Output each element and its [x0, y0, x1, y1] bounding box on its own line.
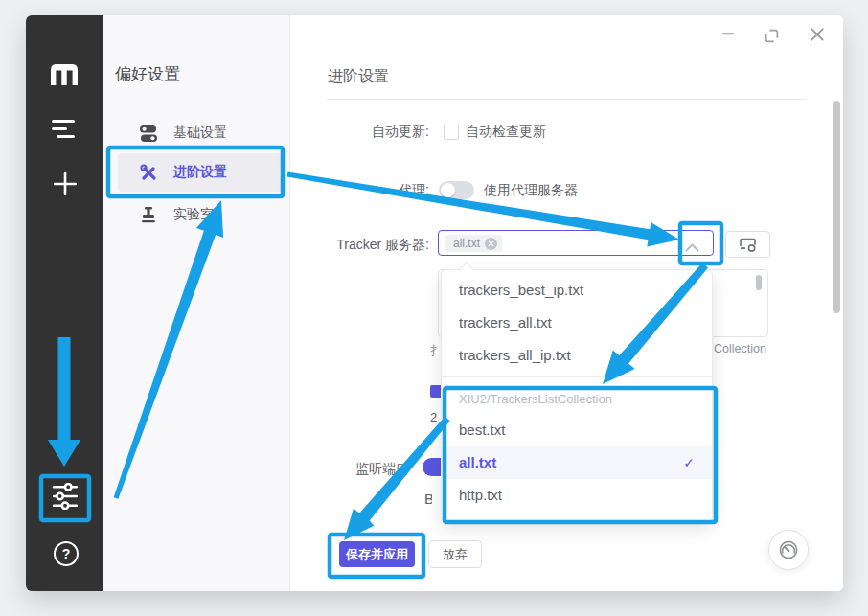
page-title: 进阶设置 [328, 67, 389, 87]
auto-update-checkbox[interactable] [444, 125, 459, 140]
tracker-select-input[interactable]: all.txt ✕ [438, 230, 714, 256]
select-collapse-chevron-icon[interactable] [685, 239, 699, 256]
save-and-apply-button[interactable]: 保存并应用 [339, 541, 415, 567]
dropdown-divider [442, 376, 712, 377]
lab-stamp-icon [139, 206, 157, 223]
tag-close-icon[interactable]: ✕ [485, 238, 497, 250]
help-text-fragment: Collection [714, 342, 766, 355]
speedometer-icon [778, 539, 799, 560]
window-scrollbar-thumb[interactable] [833, 101, 840, 313]
auto-update-label: 自动更新: [268, 124, 429, 141]
tracker-server-label: Tracker 服务器: [268, 237, 429, 254]
toggles-icon [139, 125, 157, 142]
selected-tracker-tag: all.txt ✕ [445, 235, 502, 252]
refresh-tracker-list-button[interactable] [725, 231, 770, 258]
toggle-knob [441, 183, 455, 197]
preferences-title: 偏好设置 [115, 63, 180, 85]
check-icon: ✓ [683, 446, 695, 479]
dropdown-item[interactable]: http.txt [442, 479, 712, 512]
task-list-icon[interactable] [51, 118, 77, 141]
dropdown-group-label: XIU2/TrackersListCollection [442, 385, 712, 414]
add-task-icon[interactable] [52, 171, 78, 196]
help-button[interactable]: ? [54, 541, 79, 566]
title-divider [327, 99, 807, 100]
minimize-button[interactable] [719, 27, 738, 40]
speed-limit-fab[interactable] [768, 530, 809, 570]
close-button[interactable] [809, 26, 826, 43]
obscured-number-fragment: 2 [430, 410, 439, 424]
nav-item-label: 基础设置 [173, 125, 227, 142]
proxy-option-label: 使用代理服务器 [484, 182, 578, 199]
nav-item-label: 进阶设置 [173, 164, 227, 181]
wrench-tools-icon [139, 164, 157, 181]
discard-button[interactable]: 放弃 [428, 540, 482, 568]
dropdown-item[interactable]: trackers_all.txt [442, 307, 712, 339]
textarea-scrollbar-thumb[interactable] [756, 275, 762, 290]
dropdown-item[interactable]: trackers_best_ip.txt [442, 274, 712, 307]
maximize-button[interactable] [763, 27, 780, 44]
obscured-letter-fragment: B [424, 491, 432, 507]
help-question-glyph: ? [62, 546, 71, 561]
nav-item-basic-settings[interactable]: 基础设置 [118, 115, 283, 151]
preferences-nav-panel [103, 15, 290, 591]
dropdown-item[interactable]: trackers_all_ip.txt [442, 339, 712, 372]
obscured-text-fragment: 〈 [430, 355, 437, 373]
motrix-logo-icon [47, 59, 81, 88]
preferences-sliders-icon[interactable] [50, 481, 80, 511]
tracker-dropdown-panel: trackers_best_ip.txt trackers_all.txt tr… [441, 269, 713, 523]
dropdown-item-selected[interactable]: all.txt ✓ [442, 446, 712, 479]
dropdown-item[interactable]: best.txt [442, 414, 712, 446]
screenshot-root: ? 偏好设置 基础设置 进阶设置 实验室 进阶设置 自动更新: 自动检查更新 代 [0, 0, 868, 616]
nav-item-advanced-settings[interactable]: 进阶设置 [118, 153, 283, 192]
nav-item-label: 实验室 [173, 206, 214, 223]
listen-port-label: 监听端口 [355, 461, 409, 478]
nav-item-lab[interactable]: 实验室 [118, 196, 283, 233]
proxy-label: 代理: [268, 182, 429, 199]
refresh-list-icon [740, 238, 757, 252]
dropdown-item-label: all.txt [459, 446, 496, 479]
proxy-toggle[interactable] [439, 181, 474, 199]
tag-label: all.txt [453, 237, 480, 250]
auto-update-option-label: 自动检查更新 [466, 124, 546, 141]
